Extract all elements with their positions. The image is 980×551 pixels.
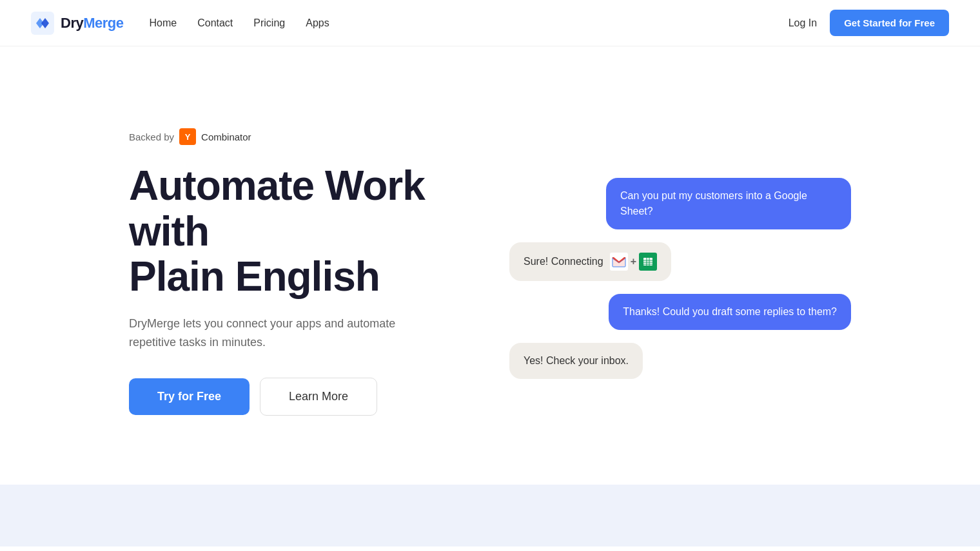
plus-icon: + <box>631 254 636 269</box>
chat-row-2: Sure! Connecting + <box>509 242 851 281</box>
navbar-right: Log In Get Started for Free <box>789 10 949 36</box>
chat-bubble-2-text: Sure! Connecting <box>524 254 603 269</box>
logo[interactable]: DryMerge <box>31 12 123 35</box>
hero-section: Backed by Y Combinator Automate Work wit… <box>0 46 980 485</box>
drymerge-logo-icon <box>31 12 54 35</box>
try-free-button[interactable]: Try for Free <box>129 378 250 415</box>
chat-row-1: Can you put my customers into a Google S… <box>509 178 851 229</box>
learn-more-button[interactable]: Learn More <box>260 378 377 416</box>
nav-apps[interactable]: Apps <box>306 17 329 29</box>
hero-right: Can you put my customers into a Google S… <box>471 165 851 379</box>
nav-pricing[interactable]: Pricing <box>253 17 285 29</box>
chat-bubble-1: Can you put my customers into a Google S… <box>606 178 851 229</box>
hero-buttons: Try for Free Learn More <box>129 378 471 416</box>
chat-icons: + <box>610 253 657 271</box>
backed-by-row: Backed by Y Combinator <box>129 128 471 145</box>
navbar: DryMerge Home Contact Pricing Apps Log I… <box>0 0 980 46</box>
hero-title: Automate Work with Plain English <box>129 163 471 299</box>
chat-row-3: Thanks! Could you draft some replies to … <box>509 294 851 330</box>
gmail-icon <box>610 253 628 271</box>
logo-text: DryMerge <box>61 15 123 32</box>
navbar-left: DryMerge Home Contact Pricing Apps <box>31 12 329 35</box>
chat-bubble-2: Sure! Connecting + <box>509 242 671 281</box>
hero-left: Backed by Y Combinator Automate Work wit… <box>129 128 471 416</box>
chat-bubble-4: Yes! Check your inbox. <box>509 343 643 379</box>
bottom-section <box>0 485 980 546</box>
hero-description: DryMerge lets you connect your apps and … <box>129 314 438 352</box>
hero-title-line1: Automate Work with <box>129 162 425 254</box>
yc-badge: Y <box>179 128 196 145</box>
nav-links: Home Contact Pricing Apps <box>149 17 329 29</box>
chat-row-4: Yes! Check your inbox. <box>509 343 851 379</box>
nav-home[interactable]: Home <box>149 17 177 29</box>
get-started-button[interactable]: Get Started for Free <box>830 10 949 36</box>
hero-title-line2: Plain English <box>129 253 380 300</box>
backed-by-text: Backed by <box>129 131 174 142</box>
sheets-icon <box>639 253 657 271</box>
nav-contact[interactable]: Contact <box>197 17 233 29</box>
login-link[interactable]: Log In <box>789 17 817 29</box>
combinator-text: Combinator <box>201 131 251 142</box>
chat-bubble-3: Thanks! Could you draft some replies to … <box>609 294 851 330</box>
